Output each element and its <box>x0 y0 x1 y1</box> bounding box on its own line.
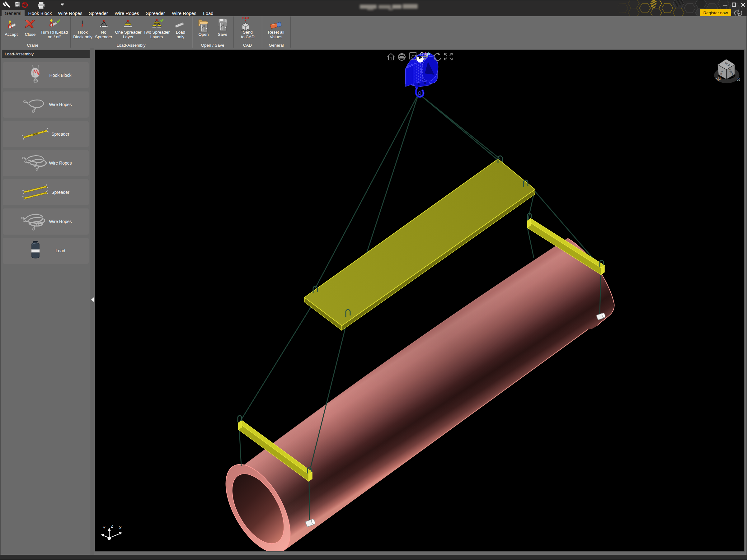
svg-text:Origin: Origin <box>420 51 431 56</box>
svg-text:CAD: CAD <box>242 16 249 20</box>
svg-text:Z: Z <box>111 524 113 529</box>
svg-text:X: X <box>119 526 122 530</box>
svg-text:Y: Y <box>103 526 105 530</box>
